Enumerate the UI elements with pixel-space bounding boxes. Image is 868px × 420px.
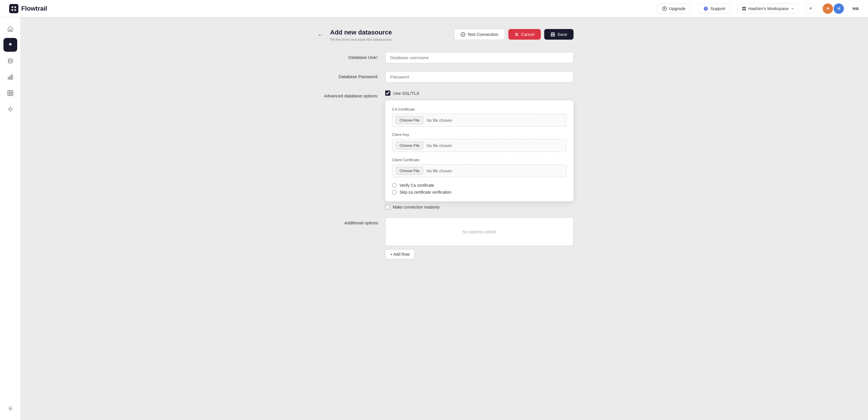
db-password-label: Database Password: [315,71,378,79]
back-button[interactable]: ← [315,30,326,40]
additional-options-container: No options added + Add Row [385,218,574,259]
client-cert-label: Client Certificate [392,158,567,162]
save-button[interactable]: Save [544,29,574,40]
support-label: Support [710,6,725,11]
save-icon [551,32,555,37]
svg-rect-5 [744,7,746,8]
client-key-choose-file-label: Choose File [400,143,420,148]
integrations-icon [7,42,13,48]
readonly-label: Make connection readonly [393,205,439,209]
charts-icon [7,74,13,80]
no-options-text: No options added [462,229,496,234]
header-actions: Test Connection Cancel [454,29,574,40]
ca-certificate-section: CA Certificate Choose File No file chose… [392,107,567,127]
upgrade-icon [662,6,667,11]
additional-options-row: Additional options No options added + Ad… [315,218,574,259]
page-title-block: Add new datasource Fill the form and sav… [330,29,393,41]
sidebar [0,17,21,420]
ca-certificate-label: CA Certificate [392,107,567,111]
top-navigation: Flowtrail Upgrade ? Support Hashim's Wor… [0,0,868,17]
svg-rect-0 [9,4,19,13]
workspace-icon [742,7,746,11]
ssl-checkbox[interactable] [385,90,391,96]
svg-point-1 [662,7,666,11]
cancel-label: Cancel [521,32,534,37]
svg-point-18 [9,408,11,409]
client-cert-section: Client Certificate Choose File No file c… [392,158,567,177]
cancel-button[interactable]: Cancel [508,29,541,40]
svg-rect-11 [11,75,12,79]
avatar-group: H H [823,3,844,14]
client-key-file-row: Choose File No file chosen [392,139,567,152]
ssl-panel: CA Certificate Choose File No file chose… [385,100,574,201]
readonly-row: Make connection readonly [385,205,574,209]
additional-options-panel: No options added [385,218,574,246]
avatar-secondary: H [823,3,833,14]
advanced-label: Advanced database options: [315,90,378,98]
ca-no-file-text: No file chosen [427,118,452,123]
upgrade-button[interactable]: Upgrade [657,3,691,13]
chevron-down-icon [791,7,794,10]
main-layout: ← Add new datasource Fill the form and s… [0,17,868,420]
svg-rect-6 [742,9,744,10]
db-password-input[interactable] [385,71,574,82]
support-icon: ? [704,6,708,11]
page-subtitle: Fill the form and save the datasource. [330,37,393,41]
sidebar-item-tables[interactable] [3,86,17,100]
client-cert-choose-file-label: Choose File [400,169,420,173]
ca-certificate-file-row: Choose File No file chosen [392,114,567,127]
workspace-label: Hashim's Workspace [748,6,788,11]
add-row-button[interactable]: + Add Row [385,249,414,259]
skip-ca-row: Skip ca certificate verification [392,190,567,195]
cancel-icon [515,32,519,36]
page-title: Add new datasource [330,29,393,36]
skip-ca-label: Skip ca certificate verification [400,190,452,195]
logo-icon [9,4,19,13]
logo-text: Flowtrail [21,5,47,12]
ca-choose-file-button[interactable]: Choose File [396,116,423,124]
workspace-button[interactable]: Hashim's Workspace [738,3,799,13]
sidebar-item-ai[interactable] [3,102,17,116]
sidebar-item-integrations[interactable] [3,38,17,52]
sidebar-item-datasources[interactable] [3,54,17,68]
svg-rect-10 [10,76,11,79]
add-row-label: + Add Row [390,252,410,256]
radio-options: Verify Ca certificate Skip ca certificat… [392,183,567,195]
svg-rect-4 [742,7,744,8]
sidebar-item-home[interactable] [3,22,17,36]
sidebar-item-charts[interactable] [3,70,17,84]
test-connection-label: Test Connection [468,32,499,37]
db-user-input[interactable] [385,52,574,63]
svg-point-17 [12,109,12,110]
svg-point-14 [10,107,11,108]
db-user-label: Database User: [315,52,378,60]
client-cert-choose-file-button[interactable]: Choose File [396,167,423,175]
svg-rect-12 [8,90,13,96]
verify-ca-row: Verify Ca certificate [392,183,567,188]
client-key-label: Client Key [392,133,567,137]
client-key-section: Client Key Choose File No file chosen [392,133,567,152]
support-button[interactable]: ? Support [698,3,731,13]
svg-point-16 [8,109,9,110]
svg-point-8 [8,59,12,60]
db-password-row: Database Password: [315,71,574,82]
content-area: ← Add new datasource Fill the form and s… [21,17,868,420]
ssl-label: Use SSL/TLS [393,91,420,96]
client-key-choose-file-button[interactable]: Choose File [396,142,423,149]
sidebar-item-settings[interactable] [3,401,17,415]
add-button[interactable]: + [805,3,816,14]
user-initials: HA [852,6,859,11]
advanced-options-row: Advanced database options: Use SSL/TLS C… [315,90,574,209]
test-connection-button[interactable]: Test Connection [454,29,505,40]
client-cert-no-file-text: No file chosen [427,169,452,173]
page-header: ← Add new datasource Fill the form and s… [315,29,574,41]
svg-point-13 [9,108,11,110]
client-cert-file-row: Choose File No file chosen [392,164,567,177]
verify-ca-radio[interactable] [392,183,397,188]
svg-rect-21 [552,33,554,34]
upgrade-label: Upgrade [669,6,686,11]
readonly-checkbox[interactable] [385,205,390,209]
svg-point-15 [10,111,11,112]
skip-ca-radio[interactable] [392,190,397,195]
avatar-primary: H [834,3,844,14]
